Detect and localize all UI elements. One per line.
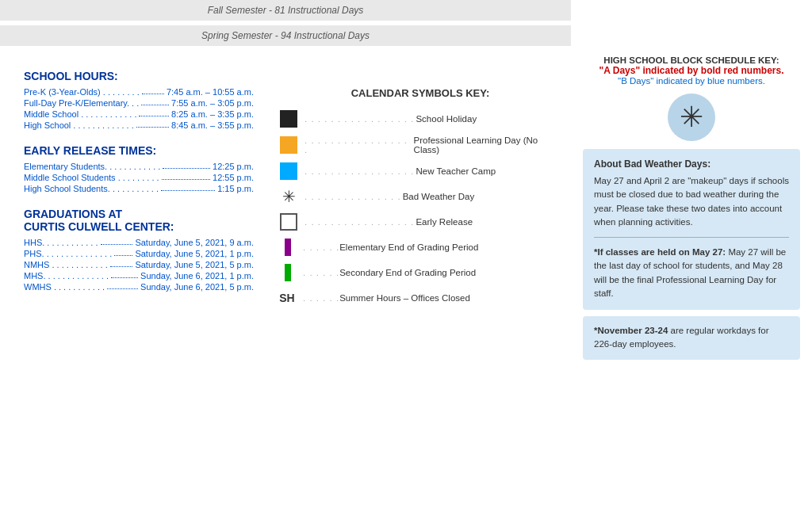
purple-bar-icon (285, 239, 291, 256)
b-days-label: "B Days" indicated by blue numbers. (583, 76, 800, 86)
snowflake-icon: ✳ (282, 187, 296, 206)
right-panel: HIGH SCHOOL BLOCK SCHEDULE KEY: "A Days"… (571, 48, 812, 368)
symbol-early-release: . . . . . . . . . . . . . . . . . Early … (278, 213, 563, 231)
november-box: *November 23-24 are regular workdays for… (583, 316, 800, 360)
graduation-nmhs: NMHS . . . . . . . . . . . . Saturday, J… (24, 260, 254, 269)
blue-square-icon (280, 162, 297, 180)
snowflake-large-icon: ✳ (668, 94, 715, 141)
early-release-title: EARLY RELEASE TIMES: (24, 144, 254, 157)
bad-weather-box: About Bad Weather Days: May 27 and April… (583, 149, 800, 310)
bad-weather-box-title: About Bad Weather Days: (594, 158, 789, 170)
symbol-secondary-grading: . . . . . . Secondary End of Grading Per… (278, 264, 563, 281)
graduation-hhs: HHS. . . . . . . . . . . . Saturday, Jun… (24, 238, 254, 247)
symbol-professional-learning: . . . . . . . . . . . . . . . . . Profes… (278, 136, 563, 155)
fall-semester-banner: Fall Semester - 81 Instructional Days (0, 0, 571, 22)
graduation-mhs: MHS. . . . . . . . . . . . . . Sunday, J… (24, 271, 254, 281)
black-square-icon (280, 110, 297, 128)
spring-semester-banner: Spring Semester - 94 Instructional Days (0, 25, 571, 48)
divider (594, 237, 789, 238)
block-schedule-title: HIGH SCHOOL BLOCK SCHEDULE KEY: (583, 55, 800, 65)
school-hours-title: SCHOOL HOURS: (24, 70, 254, 82)
symbol-school-holiday: . . . . . . . . . . . . . . . . . School… (278, 110, 563, 128)
graduation-wmhs: WMHS . . . . . . . . . . . Sunday, June … (24, 282, 254, 292)
calendar-symbols-title: CALENDAR SYMBOLS KEY: (278, 87, 563, 99)
sh-icon: SH (279, 292, 294, 304)
green-bar-icon (285, 264, 291, 281)
school-hours-high: High School . . . . . . . . . . . . . 8:… (24, 120, 254, 130)
left-panel: SCHOOL HOURS: Pre-K (3-Year-Olds) . . . … (0, 48, 270, 368)
center-panel: CALENDAR SYMBOLS KEY: . . . . . . . . . … (270, 48, 571, 368)
symbol-new-teacher-camp: . . . . . . . . . . . . . . . . . New Te… (278, 162, 563, 180)
symbol-bad-weather: ✳ . . . . . . . . . . . . . . . Bad Weat… (278, 188, 563, 205)
early-release-high: High School Students. . . . . . . . . . … (24, 184, 254, 193)
symbol-summer-hours: SH . . . . . . Summer Hours – Offices Cl… (278, 289, 563, 307)
orange-square-icon (280, 136, 297, 154)
empty-square-icon (280, 213, 297, 231)
graduation-phs: PHS. . . . . . . . . . . . . . . Saturda… (24, 249, 254, 258)
symbol-elementary-grading: . . . . . . Elementary End of Grading Pe… (278, 239, 563, 256)
early-release-elementary: Elementary Students. . . . . . . . . . .… (24, 162, 254, 171)
bad-weather-box-text: May 27 and April 2 are "makeup" days if … (594, 174, 789, 229)
a-days-label: "A Days" indicated by bold red numbers. (583, 65, 800, 76)
school-hours-prek: Pre-K (3-Year-Olds) . . . . . . . . 7:45… (24, 87, 254, 97)
block-schedule-section: HIGH SCHOOL BLOCK SCHEDULE KEY: "A Days"… (583, 55, 800, 86)
graduations-title: GRADUATIONS ATCURTIS CULWELL CENTER: (24, 208, 254, 233)
may27-text: *If classes are held on May 27: May 27 w… (594, 246, 789, 300)
early-release-middle: Middle School Students . . . . . . . . .… (24, 173, 254, 182)
